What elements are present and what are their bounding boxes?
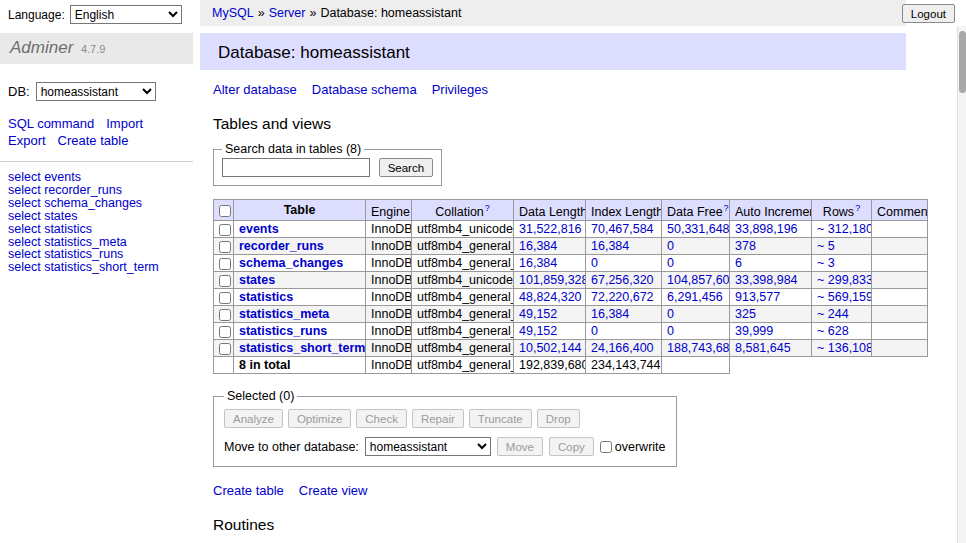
create-links: Create tableCreate view [213,483,906,498]
sidebar-action-link[interactable]: Create table [58,133,129,148]
table-row: schema_changesInnoDButf8mb4_general_ci16… [214,255,928,272]
breadcrumb-item[interactable]: MySQL [212,6,254,20]
column-header-data-free: Data Free? [662,200,730,221]
drop-button[interactable]: Drop [537,409,580,428]
table-name-cell: events [234,221,366,238]
row-check-cell [214,323,234,340]
sidebar-table-link[interactable]: events [44,170,81,184]
overwrite-option: overwrite [600,440,666,454]
check-button[interactable]: Check [356,409,407,428]
breadcrumb-item[interactable]: Server [269,6,306,20]
table-name-link[interactable]: states [239,273,275,287]
column-help-link[interactable]: ? [724,203,729,213]
table-name-link[interactable]: events [239,222,279,236]
sidebar-select-link[interactable]: select [8,196,41,210]
logout-button[interactable]: Logout [902,4,955,23]
table-name-link[interactable]: statistics_meta [239,307,329,321]
sidebar-action-link[interactable]: Import [106,116,143,131]
sidebar-table-link[interactable]: statistics_meta [44,235,127,249]
data-length-cell: 48,824,320 [514,289,586,306]
breadcrumb-item: Database: homeassistant [320,6,461,20]
sidebar-table-link[interactable]: schema_changes [44,196,142,210]
table-row: recorder_runsInnoDButf8mb4_general_ci16,… [214,238,928,255]
data-free-cell: 104,857,600 [662,272,730,289]
sidebar-select-link[interactable]: select [8,183,41,197]
row-check-cell [214,272,234,289]
sidebar-table-link[interactable]: statistics_short_term [44,260,159,274]
table-name-link[interactable]: statistics_runs [239,324,327,338]
engine-cell: InnoDB [366,306,412,323]
row-checkbox[interactable] [219,275,231,287]
routines-section-title: Routines [213,516,906,534]
sidebar-select-link[interactable]: select [8,260,41,274]
table-name-link[interactable]: statistics [239,290,293,304]
column-label: Data Free [667,205,723,219]
db-action-link[interactable]: Alter database [213,82,297,97]
sidebar-select-link[interactable]: select [8,209,41,223]
db-action-link[interactable]: Database schema [312,82,417,97]
search-input[interactable] [222,158,370,177]
index-length-cell: 16,384 [586,306,662,323]
column-help-link[interactable]: ? [855,203,860,213]
row-checkbox[interactable] [219,258,231,270]
optimize-button[interactable]: Optimize [288,409,351,428]
db-action-link[interactable]: Privileges [432,82,488,97]
table-name-cell: schema_changes [234,255,366,272]
scrollbar-thumb[interactable] [959,31,966,93]
rows-cell: ~ 628 [812,323,872,340]
search-button[interactable]: Search [379,158,433,177]
overwrite-checkbox[interactable] [600,441,612,453]
rows-cell: ~ 3 [812,255,872,272]
sidebar-select-link[interactable]: select [8,247,41,261]
row-checkbox[interactable] [219,292,231,304]
row-checkbox[interactable] [219,309,231,321]
sidebar-action-link[interactable]: Export [8,133,46,148]
total-check-spacer [214,357,234,374]
sidebar-select-link[interactable]: select [8,235,41,249]
sidebar-select-link[interactable]: select [8,170,41,184]
create-link[interactable]: Create table [213,483,284,498]
create-link[interactable]: Create view [299,483,368,498]
copy-button[interactable]: Copy [549,437,594,456]
total-data-length-cell: 192,839,680 [514,357,586,374]
table-name-link[interactable]: recorder_runs [239,239,324,253]
data-length-cell: 16,384 [514,255,586,272]
row-checkbox[interactable] [219,224,231,236]
index-length-cell: 72,220,672 [586,289,662,306]
collation-cell: utf8mb4_general_ci [412,340,514,357]
sidebar-table-link[interactable]: recorder_runs [44,183,122,197]
move-db-select[interactable]: homeassistant [365,437,491,456]
collation-cell: utf8mb4_general_ci [412,323,514,340]
column-label: Auto Increment [735,205,812,219]
selected-legend: Selected (0) [224,389,297,403]
sidebar-select-link[interactable]: select [8,222,41,236]
analyze-button[interactable]: Analyze [224,409,283,428]
comment-cell [872,289,928,306]
data-free-cell: 0 [662,306,730,323]
db-select[interactable]: homeassistant [36,82,156,101]
row-checkbox[interactable] [219,343,231,355]
index-length-cell: 70,467,584 [586,221,662,238]
sidebar-table-link[interactable]: statistics_runs [44,247,123,261]
table-name-link[interactable]: statistics_short_term [239,341,365,355]
sidebar-table-link[interactable]: states [44,209,77,223]
row-checkbox[interactable] [219,326,231,338]
collation-cell: utf8mb4_unicode_ci [412,272,514,289]
row-checkbox[interactable] [219,241,231,253]
column-label: Collation [435,205,484,219]
language-select[interactable]: English [70,5,182,24]
table-name-cell: statistics_short_term [234,340,366,357]
select-all-checkbox[interactable] [219,205,231,217]
sidebar-action-link[interactable]: SQL command [8,116,94,131]
sidebar-table-link[interactable]: statistics [44,222,92,236]
move-button[interactable]: Move [497,437,543,456]
rows-cell: ~ 5 [812,238,872,255]
table-row: statistics_runsInnoDButf8mb4_general_ci4… [214,323,928,340]
column-help-link[interactable]: ? [485,203,490,213]
vertical-scrollbar[interactable] [957,26,966,543]
main-content: Database: homeassistant Alter databaseDa… [200,33,906,543]
truncate-button[interactable]: Truncate [469,409,532,428]
app-version[interactable]: 4.7.9 [81,43,105,55]
repair-button[interactable]: Repair [412,409,464,428]
table-name-link[interactable]: schema_changes [239,256,343,270]
